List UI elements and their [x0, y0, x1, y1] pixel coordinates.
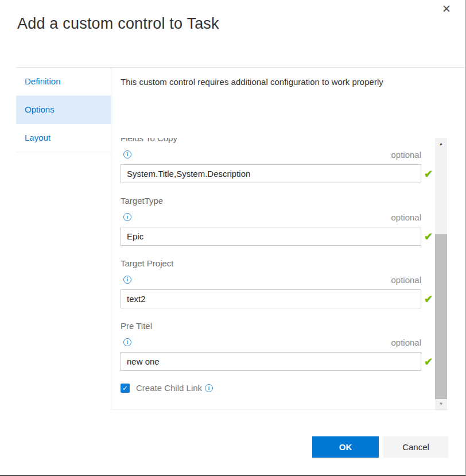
ok-button[interactable]: OK	[312, 436, 379, 458]
info-icon[interactable]: i	[123, 276, 131, 284]
dialog-title: Add a custom control to Task	[17, 15, 219, 33]
valid-check-icon: ✔	[424, 294, 433, 304]
field-label: Fields To Copy	[121, 138, 434, 144]
info-icon[interactable]: i	[205, 384, 213, 392]
create-child-link-label: Create Child Link	[136, 383, 202, 393]
target-project-input[interactable]	[121, 289, 421, 308]
field-fields-to-copy: Fields To Copy i optional ✔	[121, 138, 434, 183]
vertical-scrollbar[interactable]: ▲ ▼	[435, 138, 447, 411]
create-child-link-row: ✓ Create Child Link i	[121, 383, 434, 393]
tab-definition[interactable]: Definition	[16, 68, 111, 96]
scroll-up-icon[interactable]: ▲	[435, 140, 447, 149]
content-bottom-divider	[111, 409, 448, 409]
field-label: Target Project	[121, 258, 434, 269]
optional-badge: optional	[391, 150, 421, 160]
add-custom-control-dialog: Add a custom control to Task ✕ Definitio…	[0, 0, 466, 476]
valid-check-icon: ✔	[424, 169, 433, 179]
sidebar-divider	[111, 67, 111, 409]
optional-badge: optional	[391, 212, 421, 222]
field-label: TargetType	[121, 195, 434, 206]
scroll-down-icon[interactable]: ▼	[435, 400, 447, 409]
target-type-input[interactable]	[121, 227, 421, 246]
field-label: Pre Titel	[121, 320, 434, 331]
create-child-link-checkbox[interactable]: ✓	[121, 384, 130, 393]
info-icon[interactable]: i	[123, 213, 131, 221]
optional-badge: optional	[391, 338, 421, 347]
fields-to-copy-input[interactable]	[121, 164, 421, 183]
close-icon[interactable]: ✕	[442, 3, 451, 16]
valid-check-icon: ✔	[424, 231, 433, 242]
config-description: This custom control requires additional …	[121, 77, 445, 87]
field-pre-titel: Pre Titel i optional ✔	[121, 320, 434, 371]
info-icon[interactable]: i	[123, 338, 131, 346]
field-target-type: TargetType i optional ✔	[121, 195, 434, 246]
cancel-button[interactable]: Cancel	[383, 436, 448, 458]
valid-check-icon: ✔	[424, 357, 433, 367]
scrollbar-thumb[interactable]	[435, 234, 447, 399]
tab-options[interactable]: Options	[16, 96, 111, 124]
dialog-sidebar: Definition Options Layout	[16, 68, 111, 152]
info-icon[interactable]: i	[123, 150, 131, 158]
field-target-project: Target Project i optional ✔	[121, 258, 434, 308]
options-form-scroll-area: Fields To Copy i optional ✔ TargetType i…	[121, 138, 434, 409]
optional-badge: optional	[391, 275, 421, 285]
pre-titel-input[interactable]	[121, 352, 421, 371]
tab-layout[interactable]: Layout	[16, 124, 111, 152]
